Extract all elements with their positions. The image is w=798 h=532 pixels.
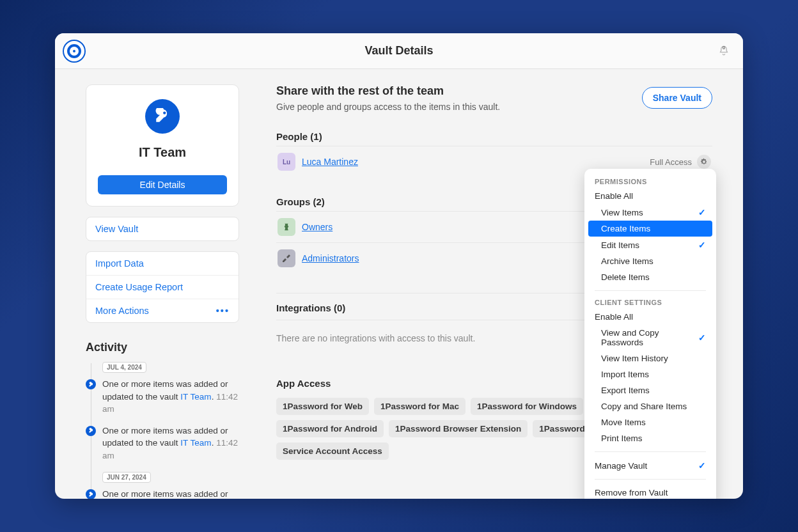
activity-link[interactable]: IT Team xyxy=(180,438,211,448)
avatar: Lu xyxy=(278,153,295,171)
check-icon: ✓ xyxy=(698,240,706,250)
check-icon: ✓ xyxy=(698,207,706,217)
create-usage-report-button[interactable]: Create Usage Report xyxy=(86,276,239,299)
vault-icon xyxy=(145,99,180,134)
app-pill[interactable]: Service Account Access xyxy=(276,442,389,460)
app-pill[interactable]: 1Password for Mac xyxy=(374,398,465,415)
group-link[interactable]: Owners xyxy=(302,222,332,232)
menu-item[interactable]: Edit Items✓ xyxy=(588,237,712,253)
activity-dot xyxy=(86,426,96,436)
chess-icon xyxy=(281,222,292,232)
activity-dot xyxy=(86,489,96,499)
menu-item-enable-all[interactable]: Enable All xyxy=(588,188,712,204)
avatar xyxy=(278,218,295,236)
menu-header: PERMISSIONS xyxy=(588,175,712,188)
key-icon xyxy=(154,108,171,125)
vault-name: IT Team xyxy=(98,145,227,160)
menu-item[interactable]: Print Items xyxy=(588,430,712,446)
menu-item-remove[interactable]: Remove from Vault xyxy=(588,485,712,499)
share-subtitle: Give people and groups access to the ite… xyxy=(276,102,500,112)
more-actions-label: More Actions xyxy=(95,306,149,316)
access-label: Full Access xyxy=(650,157,692,167)
edit-details-button[interactable]: Edit Details xyxy=(98,175,227,194)
menu-item[interactable]: View Items✓ xyxy=(588,204,712,221)
app-pill[interactable]: 1Password for Windows xyxy=(471,398,583,415)
menu-item[interactable]: Import Items xyxy=(588,366,712,382)
permissions-menu: PERMISSIONS Enable All View Items✓Create… xyxy=(584,169,716,499)
activity-dot xyxy=(86,379,96,389)
activity-item: One or more items was added or updated t… xyxy=(102,425,239,462)
menu-item-manage-vault[interactable]: Manage Vault✓ xyxy=(588,457,712,474)
activity-heading: Activity xyxy=(86,341,239,354)
key-icon xyxy=(88,382,94,387)
menu-header: CLIENT SETTINGS xyxy=(588,296,712,309)
left-actions-group-2: Import Data Create Usage Report More Act… xyxy=(86,251,239,323)
activity-item: One or more items was added or updated t… xyxy=(102,488,239,499)
tools-icon xyxy=(281,253,292,263)
person-link[interactable]: Luca Martinez xyxy=(302,157,358,167)
app-panel: Vault Details 0 IT Team Edit Details Vie… xyxy=(55,33,743,499)
key-icon xyxy=(88,492,94,497)
people-heading: People (1) xyxy=(276,131,712,142)
import-data-button[interactable]: Import Data xyxy=(86,252,239,276)
activity-date: JUN 27, 2024 xyxy=(102,472,151,483)
app-logo[interactable] xyxy=(63,40,86,63)
left-actions-group-1: View Vault xyxy=(86,217,239,241)
app-pill[interactable]: 1Password for Web xyxy=(276,398,369,415)
menu-item[interactable]: Create Items xyxy=(588,221,712,237)
notifications-button[interactable]: 0 xyxy=(715,42,733,60)
menu-item[interactable]: View Item History xyxy=(588,350,712,366)
activity-date: JUL 4, 2024 xyxy=(102,362,146,373)
activity-item: One or more items was added or updated t… xyxy=(102,378,239,416)
check-icon: ✓ xyxy=(698,460,706,471)
app-pill[interactable]: 1Password Browser Extension xyxy=(389,420,528,437)
share-vault-button[interactable]: Share Vault xyxy=(642,87,712,109)
key-icon xyxy=(88,428,94,434)
menu-item-enable-all[interactable]: Enable All xyxy=(588,309,712,325)
menu-item[interactable]: Archive Items xyxy=(588,253,712,269)
avatar xyxy=(278,249,295,267)
activity-timeline: JUL 4, 2024 One or more items was added … xyxy=(86,361,239,499)
menu-item[interactable]: Copy and Share Items xyxy=(588,398,712,414)
menu-item[interactable]: View and Copy Passwords✓ xyxy=(588,325,712,350)
ellipsis-icon: ••• xyxy=(216,306,230,316)
menu-item[interactable]: Move Items xyxy=(588,414,712,430)
person-settings-button[interactable] xyxy=(697,155,711,169)
vault-card: IT Team Edit Details xyxy=(86,84,239,207)
share-heading: Share with the rest of the team xyxy=(276,84,500,98)
menu-item[interactable]: Export Items xyxy=(588,382,712,398)
keyhole-icon xyxy=(67,44,81,58)
menu-item[interactable]: Delete Items xyxy=(588,269,712,285)
page-title: Vault Details xyxy=(364,44,433,58)
topbar: Vault Details 0 xyxy=(55,33,743,69)
more-actions-button[interactable]: More Actions ••• xyxy=(86,299,239,322)
app-pill[interactable]: 1Password for Android xyxy=(276,420,384,437)
view-vault-button[interactable]: View Vault xyxy=(86,217,239,240)
notif-count: 0 xyxy=(723,45,725,51)
group-link[interactable]: Administrators xyxy=(302,253,359,263)
gear-icon xyxy=(700,158,708,166)
check-icon: ✓ xyxy=(698,332,706,343)
activity-link[interactable]: IT Team xyxy=(180,392,211,402)
